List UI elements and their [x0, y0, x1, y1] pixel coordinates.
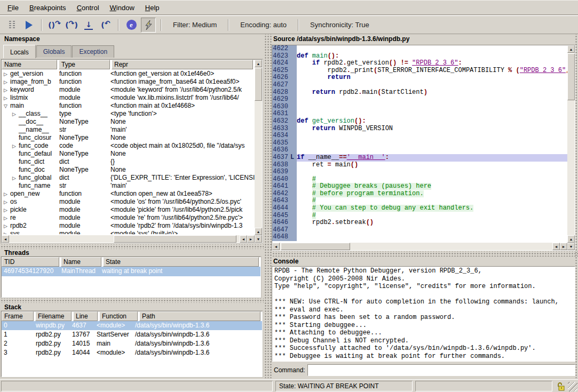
table-row[interactable]: 46974534127920MainThreadwaiting at break…	[2, 267, 260, 276]
line-number-gutter[interactable]: 4632	[272, 118, 297, 125]
table-row[interactable]: ▷image_from_bfunction<function image_fro…	[2, 77, 255, 85]
line-number-gutter[interactable]: 4640	[272, 176, 297, 183]
horizontal-splitter[interactable]	[0, 298, 264, 303]
line-number-gutter[interactable]: 4633	[272, 125, 297, 133]
table-row[interactable]: 2rpdb2.py14015main/data/sys/bin/winpdb-1…	[2, 339, 262, 348]
scrollbar-thumb[interactable]	[114, 235, 236, 243]
table-row[interactable]: 1rpdb2.py13767StartServer/data/sys/bin/w…	[2, 330, 262, 339]
table-row[interactable]: ▷get_versionfunction<function get_versio…	[2, 69, 255, 77]
scroll-up-arrow[interactable]: ▲	[567, 235, 575, 243]
threads-table[interactable]: TIDNameState 46974534127920MainThreadwai…	[1, 257, 261, 298]
table-row[interactable]: ▷func_codecode<code object main at 0x180…	[2, 141, 255, 149]
command-input[interactable]	[307, 364, 575, 376]
table-row[interactable]: ▷open_newfunction<function open_new at 0…	[2, 189, 255, 197]
line-number-gutter[interactable]: 4630	[272, 103, 297, 111]
horizontal-splitter[interactable]	[272, 251, 578, 257]
line-number-gutter[interactable]: 4626	[272, 74, 297, 82]
table-row[interactable]: ▷osmodule<module 'os' from '/usr/lib64/p…	[2, 197, 255, 205]
table-row[interactable]: 0winpdb.py4637<module>/data/sys/bin/winp…	[2, 321, 262, 330]
table-row[interactable]: ▷rpdb2module<module 'rpdb2' from '/data/…	[2, 221, 255, 229]
line-number-gutter[interactable]: 4644	[272, 205, 297, 212]
namespace-hscrollbar[interactable]: ◄ ◄ ►	[2, 235, 255, 243]
goto-button[interactable]: (↶	[98, 18, 113, 33]
line-number-gutter[interactable]: 4639	[272, 169, 297, 176]
expand-arrow-icon[interactable]: ▷	[4, 95, 10, 101]
horizontal-splitter[interactable]	[0, 244, 264, 249]
table-row[interactable]: func_closurNoneTypeNone	[2, 133, 255, 141]
step-over-button[interactable]: ()↷	[47, 18, 62, 33]
column-header-name[interactable]: Name	[61, 257, 101, 267]
line-number-gutter[interactable]: 4622	[272, 45, 297, 53]
table-row[interactable]: ▷__class__type<type 'function'>	[2, 109, 255, 117]
scroll-down-arrow[interactable]: ▼	[567, 243, 575, 250]
scroll-left-arrow[interactable]: ◄	[2, 235, 9, 243]
line-number-gutter[interactable]: 4643	[272, 197, 297, 205]
scroll-left-arrow[interactable]: ◄	[240, 235, 247, 243]
line-number-gutter[interactable]: 4645	[272, 212, 297, 220]
column-header-line[interactable]: Line	[73, 311, 98, 321]
line-number-gutter[interactable]: 4648	[272, 234, 297, 241]
scroll-down-arrow[interactable]: ▼	[255, 235, 262, 243]
menu-item-file[interactable]: File	[2, 2, 24, 14]
scroll-left-arrow[interactable]: ◄	[272, 243, 280, 250]
expand-arrow-icon[interactable]: ▷	[12, 143, 19, 149]
line-number-gutter[interactable]: 4625	[272, 67, 297, 75]
table-row[interactable]: __name__str'main'	[2, 125, 255, 133]
line-number-gutter[interactable]: 4629	[272, 96, 297, 103]
table-row[interactable]: func_docNoneTypeNone	[2, 165, 255, 173]
expand-arrow-icon[interactable]: ▷	[12, 175, 19, 181]
scroll-right-arrow[interactable]: ►	[247, 235, 255, 243]
line-number-gutter[interactable]: 4634	[272, 132, 297, 140]
break-button[interactable]	[4, 18, 19, 33]
menu-item-help[interactable]: Help	[140, 2, 165, 14]
vertical-splitter[interactable]	[264, 34, 272, 378]
scrollbar-thumb[interactable]	[281, 243, 350, 250]
collapse-arrow-icon[interactable]: ▽	[4, 103, 10, 109]
table-row[interactable]: func_defaulNoneTypeNone	[2, 149, 255, 157]
source-vscrollbar[interactable]: ▲ ▲ ▼	[567, 45, 575, 250]
expand-arrow-icon[interactable]: ▷	[4, 79, 10, 85]
step-return-button[interactable]: ↓	[81, 18, 96, 33]
scroll-up-arrow[interactable]: ▲	[255, 228, 262, 235]
line-number-gutter[interactable]: 4641	[272, 183, 297, 190]
expand-arrow-icon[interactable]: ▷	[12, 111, 19, 117]
expand-arrow-icon[interactable]: ▷	[4, 71, 10, 77]
line-number-gutter[interactable]: 4637L	[272, 154, 297, 162]
scroll-left-arrow[interactable]: ◄	[552, 243, 560, 250]
table-row[interactable]: ▷func_globaldict{'DLG_EXPR_TITLE': 'Ente…	[2, 173, 255, 181]
line-number-gutter[interactable]: 4647	[272, 227, 297, 234]
expand-arrow-icon[interactable]: ▷	[4, 87, 10, 93]
tab-locals[interactable]: Locals	[3, 45, 36, 58]
table-row[interactable]: ▷sysmodule<module 'sys' (built-in)>	[2, 229, 255, 234]
line-number-gutter[interactable]: 4628	[272, 89, 297, 97]
go-button[interactable]	[21, 18, 36, 33]
scroll-up-arrow[interactable]: ▲	[567, 45, 575, 53]
table-row[interactable]: func_dictdict{}	[2, 157, 255, 165]
column-header-function[interactable]: Function	[99, 311, 138, 321]
table-row[interactable]: ▷remodule<module 're' from '/usr/lib64/p…	[2, 213, 255, 221]
line-number-gutter[interactable]: 4627	[272, 82, 297, 89]
expand-arrow-icon[interactable]: ▷	[4, 215, 10, 221]
table-row[interactable]: __doc__NoneTypeNone	[2, 117, 255, 125]
expand-arrow-icon[interactable]: ▷	[4, 231, 10, 234]
scroll-right-arrow[interactable]: ►	[560, 243, 567, 250]
column-header-name[interactable]: Name	[2, 60, 57, 69]
column-header-tid[interactable]: TID	[2, 257, 59, 267]
source-hscrollbar[interactable]: ◄ ◄ ►	[272, 243, 567, 250]
expand-arrow-icon[interactable]: ▷	[4, 191, 10, 197]
expand-arrow-icon[interactable]: ▷	[4, 199, 10, 205]
line-number-gutter[interactable]: 4642	[272, 190, 297, 198]
menu-item-control[interactable]: Control	[72, 2, 105, 14]
expand-arrow-icon[interactable]: ▷	[4, 223, 10, 229]
resize-grip[interactable]	[568, 382, 577, 391]
column-header-type[interactable]: Type	[59, 60, 110, 69]
scroll-up-arrow[interactable]: ▲	[255, 60, 262, 67]
line-number-gutter[interactable]: 4624	[272, 60, 297, 67]
column-header-state[interactable]: State	[103, 257, 259, 267]
column-header-path[interactable]: Path	[139, 311, 260, 321]
line-number-gutter[interactable]: 4623	[272, 53, 297, 60]
column-header-filename[interactable]: Filename	[35, 311, 72, 321]
line-number-gutter[interactable]: 4638	[272, 162, 297, 169]
namespace-table[interactable]: NameTypeRepr ▷get_versionfunction<functi…	[1, 59, 263, 243]
namespace-vscrollbar[interactable]: ▲ ▲ ▼	[255, 60, 262, 243]
